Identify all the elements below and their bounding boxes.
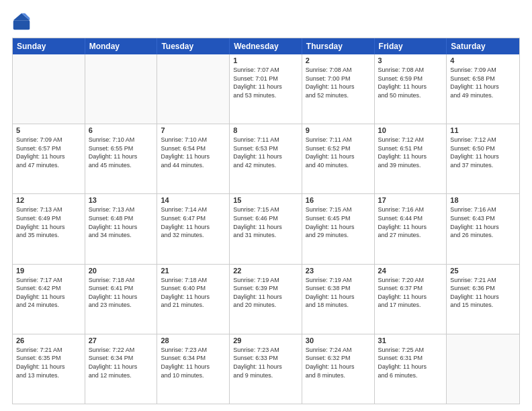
day-number: 11 bbox=[450, 126, 516, 134]
cal-header-monday: Monday bbox=[85, 38, 158, 54]
cal-row-2: 5Sunrise: 7:09 AM Sunset: 6:57 PM Daylig… bbox=[13, 124, 519, 193]
day-number: 27 bbox=[89, 336, 154, 345]
cal-header-tuesday: Tuesday bbox=[157, 38, 230, 54]
day-info: Sunrise: 7:16 AM Sunset: 6:43 PM Dayligh… bbox=[450, 205, 516, 239]
day-info: Sunrise: 7:17 AM Sunset: 6:42 PM Dayligh… bbox=[16, 276, 81, 310]
cal-row-1: 1Sunrise: 7:07 AM Sunset: 7:01 PM Daylig… bbox=[13, 54, 519, 124]
day-number: 7 bbox=[161, 126, 226, 134]
day-info: Sunrise: 7:11 AM Sunset: 6:52 PM Dayligh… bbox=[306, 136, 371, 169]
day-info: Sunrise: 7:16 AM Sunset: 6:44 PM Dayligh… bbox=[378, 205, 443, 239]
page: SundayMondayTuesdayWednesdayThursdayFrid… bbox=[0, 0, 532, 411]
day-info: Sunrise: 7:20 AM Sunset: 6:37 PM Dayligh… bbox=[378, 276, 443, 310]
day-info: Sunrise: 7:25 AM Sunset: 6:31 PM Dayligh… bbox=[378, 346, 443, 379]
day-number: 8 bbox=[233, 126, 298, 134]
day-info: Sunrise: 7:15 AM Sunset: 6:45 PM Dayligh… bbox=[306, 205, 371, 239]
cal-cell-20: 20Sunrise: 7:18 AM Sunset: 6:41 PM Dayli… bbox=[85, 265, 158, 334]
day-info: Sunrise: 7:13 AM Sunset: 6:49 PM Dayligh… bbox=[16, 205, 81, 239]
day-info: Sunrise: 7:21 AM Sunset: 6:36 PM Dayligh… bbox=[450, 276, 516, 310]
day-number: 26 bbox=[16, 336, 81, 345]
cal-cell-10: 10Sunrise: 7:12 AM Sunset: 6:51 PM Dayli… bbox=[375, 124, 447, 193]
day-number: 12 bbox=[16, 196, 81, 204]
cal-row-5: 26Sunrise: 7:21 AM Sunset: 6:35 PM Dayli… bbox=[13, 334, 519, 404]
day-number: 25 bbox=[450, 267, 516, 275]
day-number: 13 bbox=[89, 196, 154, 204]
day-number: 16 bbox=[306, 196, 371, 204]
cal-row-4: 19Sunrise: 7:17 AM Sunset: 6:42 PM Dayli… bbox=[13, 264, 519, 334]
day-number: 1 bbox=[233, 56, 298, 64]
header bbox=[12, 12, 520, 31]
cal-cell-18: 18Sunrise: 7:16 AM Sunset: 6:43 PM Dayli… bbox=[447, 194, 519, 263]
day-number: 31 bbox=[378, 336, 443, 345]
day-info: Sunrise: 7:22 AM Sunset: 6:34 PM Dayligh… bbox=[89, 346, 154, 379]
cal-cell-3: 3Sunrise: 7:08 AM Sunset: 6:59 PM Daylig… bbox=[375, 54, 447, 124]
day-info: Sunrise: 7:18 AM Sunset: 6:40 PM Dayligh… bbox=[161, 276, 226, 310]
day-info: Sunrise: 7:10 AM Sunset: 6:55 PM Dayligh… bbox=[89, 136, 154, 169]
cal-cell-23: 23Sunrise: 7:19 AM Sunset: 6:38 PM Dayli… bbox=[302, 265, 375, 334]
day-info: Sunrise: 7:12 AM Sunset: 6:51 PM Dayligh… bbox=[378, 136, 443, 169]
cal-row-3: 12Sunrise: 7:13 AM Sunset: 6:49 PM Dayli… bbox=[13, 193, 519, 263]
cal-cell-30: 30Sunrise: 7:24 AM Sunset: 6:32 PM Dayli… bbox=[302, 334, 375, 404]
day-number: 14 bbox=[161, 196, 226, 204]
cal-header-friday: Friday bbox=[375, 38, 447, 54]
cal-header-sunday: Sunday bbox=[13, 38, 85, 54]
day-number: 24 bbox=[378, 267, 443, 275]
day-info: Sunrise: 7:21 AM Sunset: 6:35 PM Dayligh… bbox=[16, 346, 81, 379]
cal-cell-5: 5Sunrise: 7:09 AM Sunset: 6:57 PM Daylig… bbox=[13, 124, 85, 193]
day-number: 28 bbox=[161, 336, 226, 345]
day-info: Sunrise: 7:11 AM Sunset: 6:53 PM Dayligh… bbox=[233, 136, 298, 169]
day-number: 3 bbox=[378, 56, 443, 64]
cal-cell-9: 9Sunrise: 7:11 AM Sunset: 6:52 PM Daylig… bbox=[302, 124, 375, 193]
cal-cell-empty-4-6 bbox=[447, 334, 519, 404]
cal-cell-7: 7Sunrise: 7:10 AM Sunset: 6:54 PM Daylig… bbox=[157, 124, 230, 193]
day-number: 5 bbox=[16, 126, 81, 134]
day-info: Sunrise: 7:10 AM Sunset: 6:54 PM Dayligh… bbox=[161, 136, 226, 169]
cal-cell-24: 24Sunrise: 7:20 AM Sunset: 6:37 PM Dayli… bbox=[375, 265, 447, 334]
day-info: Sunrise: 7:13 AM Sunset: 6:48 PM Dayligh… bbox=[89, 205, 154, 239]
day-number: 18 bbox=[450, 196, 516, 204]
cal-cell-13: 13Sunrise: 7:13 AM Sunset: 6:48 PM Dayli… bbox=[85, 194, 158, 263]
cal-cell-29: 29Sunrise: 7:23 AM Sunset: 6:33 PM Dayli… bbox=[230, 334, 302, 404]
cal-cell-28: 28Sunrise: 7:23 AM Sunset: 6:34 PM Dayli… bbox=[157, 334, 230, 404]
cal-header-thursday: Thursday bbox=[302, 38, 375, 54]
calendar-body: 1Sunrise: 7:07 AM Sunset: 7:01 PM Daylig… bbox=[13, 54, 519, 404]
cal-cell-1: 1Sunrise: 7:07 AM Sunset: 7:01 PM Daylig… bbox=[230, 54, 302, 124]
cal-cell-12: 12Sunrise: 7:13 AM Sunset: 6:49 PM Dayli… bbox=[13, 194, 85, 263]
day-info: Sunrise: 7:09 AM Sunset: 6:58 PM Dayligh… bbox=[450, 66, 516, 99]
day-number: 29 bbox=[233, 336, 298, 345]
day-number: 4 bbox=[450, 56, 516, 64]
cal-cell-21: 21Sunrise: 7:18 AM Sunset: 6:40 PM Dayli… bbox=[157, 265, 230, 334]
day-info: Sunrise: 7:12 AM Sunset: 6:50 PM Dayligh… bbox=[450, 136, 516, 169]
cal-cell-31: 31Sunrise: 7:25 AM Sunset: 6:31 PM Dayli… bbox=[375, 334, 447, 404]
day-info: Sunrise: 7:09 AM Sunset: 6:57 PM Dayligh… bbox=[16, 136, 81, 169]
day-info: Sunrise: 7:08 AM Sunset: 7:00 PM Dayligh… bbox=[306, 66, 371, 99]
day-number: 23 bbox=[306, 267, 371, 275]
cal-cell-2: 2Sunrise: 7:08 AM Sunset: 7:00 PM Daylig… bbox=[302, 54, 375, 124]
day-number: 10 bbox=[378, 126, 443, 134]
day-number: 22 bbox=[233, 267, 298, 275]
day-number: 9 bbox=[306, 126, 371, 134]
logo bbox=[12, 12, 34, 31]
day-info: Sunrise: 7:15 AM Sunset: 6:46 PM Dayligh… bbox=[233, 205, 298, 239]
cal-header-saturday: Saturday bbox=[447, 38, 519, 54]
day-number: 19 bbox=[16, 267, 81, 275]
cal-cell-4: 4Sunrise: 7:09 AM Sunset: 6:58 PM Daylig… bbox=[447, 54, 519, 124]
day-info: Sunrise: 7:19 AM Sunset: 6:39 PM Dayligh… bbox=[233, 276, 298, 310]
svg-rect-0 bbox=[13, 20, 30, 30]
day-info: Sunrise: 7:14 AM Sunset: 6:47 PM Dayligh… bbox=[161, 205, 226, 239]
day-info: Sunrise: 7:08 AM Sunset: 6:59 PM Dayligh… bbox=[378, 66, 443, 99]
day-info: Sunrise: 7:18 AM Sunset: 6:41 PM Dayligh… bbox=[89, 276, 154, 310]
cal-cell-19: 19Sunrise: 7:17 AM Sunset: 6:42 PM Dayli… bbox=[13, 265, 85, 334]
day-info: Sunrise: 7:19 AM Sunset: 6:38 PM Dayligh… bbox=[306, 276, 371, 310]
cal-cell-14: 14Sunrise: 7:14 AM Sunset: 6:47 PM Dayli… bbox=[157, 194, 230, 263]
cal-cell-15: 15Sunrise: 7:15 AM Sunset: 6:46 PM Dayli… bbox=[230, 194, 302, 263]
day-number: 21 bbox=[161, 267, 226, 275]
cal-cell-27: 27Sunrise: 7:22 AM Sunset: 6:34 PM Dayli… bbox=[85, 334, 158, 404]
logo-icon bbox=[12, 12, 31, 31]
cal-cell-25: 25Sunrise: 7:21 AM Sunset: 6:36 PM Dayli… bbox=[447, 265, 519, 334]
cal-cell-11: 11Sunrise: 7:12 AM Sunset: 6:50 PM Dayli… bbox=[447, 124, 519, 193]
cal-cell-16: 16Sunrise: 7:15 AM Sunset: 6:45 PM Dayli… bbox=[302, 194, 375, 263]
day-number: 20 bbox=[89, 267, 154, 275]
cal-cell-26: 26Sunrise: 7:21 AM Sunset: 6:35 PM Dayli… bbox=[13, 334, 85, 404]
cal-header-wednesday: Wednesday bbox=[230, 38, 302, 54]
day-number: 17 bbox=[378, 196, 443, 204]
